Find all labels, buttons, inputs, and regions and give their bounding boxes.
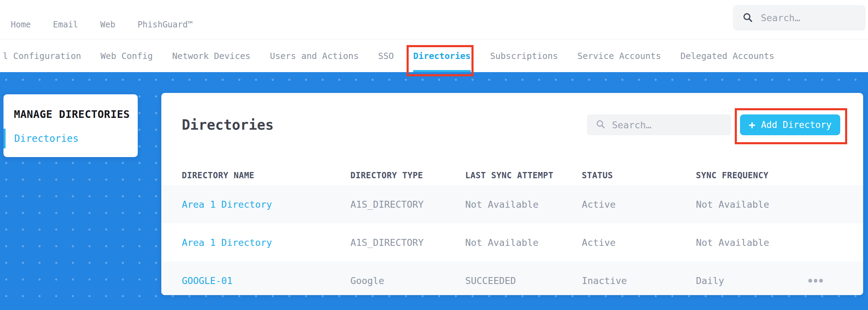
tab-delegated-accounts[interactable]: Delegated Accounts [680, 40, 774, 72]
secondary-nav: l ConfigurationWeb ConfigNetwork Devices… [0, 40, 868, 72]
top-nav-item-email[interactable]: Email [53, 20, 78, 29]
sidebar-card: MANAGE DIRECTORIES Directories [3, 94, 138, 157]
directory-type-cell: A1S_DIRECTORY [350, 237, 465, 248]
sync-frequency-cell: Not Available [696, 199, 808, 210]
tab-service-accounts[interactable]: Service Accounts [577, 40, 661, 72]
top-nav-item-home[interactable]: Home [11, 20, 31, 29]
tab-network-devices[interactable]: Network Devices [172, 40, 250, 72]
tab-sso[interactable]: SSO [378, 40, 394, 72]
column-header-directory-type: DIRECTORY TYPE [350, 171, 465, 180]
top-nav-item-web[interactable]: Web [100, 20, 115, 29]
table-row-google-01-2: GOOGLE-01GoogleSUCCEEDEDInactiveDaily [161, 261, 863, 295]
status-cell: Active [582, 199, 696, 210]
column-header-directory-name: DIRECTORY NAME [182, 171, 350, 180]
add-directory-button[interactable]: + Add Directory [740, 114, 840, 135]
table-header-row: DIRECTORY NAMEDIRECTORY TYPELAST SYNC AT… [161, 160, 863, 185]
column-header-sync-frequency: SYNC FREQUENCY [696, 171, 808, 180]
last-sync-cell: Not Available [465, 237, 582, 248]
column-header-status: STATUS [582, 171, 696, 180]
sidebar-title: MANAGE DIRECTORIES [14, 108, 138, 120]
plus-icon: + [749, 119, 755, 130]
page-title: Directories [182, 117, 587, 133]
tab-directories[interactable]: Directories [413, 40, 471, 72]
panel-header: Directories + Add Directory [161, 93, 863, 139]
add-directory-label: Add Directory [761, 120, 832, 130]
table-row-area-1-directory-1: Area 1 DirectoryA1S_DIRECTORYNot Availab… [161, 223, 863, 261]
sidebar-item-directories[interactable]: Directories [3, 129, 138, 148]
directory-type-cell: Google [350, 275, 465, 286]
tab-subscriptions[interactable]: Subscriptions [490, 40, 558, 72]
top-nav-item-phishguard[interactable]: PhishGuard™ [137, 20, 193, 29]
directories-panel: Directories + Add Directory DIRECTORY NA… [161, 93, 863, 295]
global-search-input[interactable] [760, 12, 848, 24]
top-header: HomeEmailWebPhishGuard™ [0, 0, 868, 40]
status-cell: Active [582, 237, 696, 248]
global-search[interactable] [733, 5, 866, 31]
tab-web-config[interactable]: Web Config [101, 40, 153, 72]
directory-type-cell: A1S_DIRECTORY [350, 199, 465, 210]
search-icon [742, 12, 753, 24]
table-body: Area 1 DirectoryA1S_DIRECTORYNot Availab… [161, 185, 863, 295]
directory-name-link[interactable]: Area 1 Directory [182, 199, 350, 210]
screen: HomeEmailWebPhishGuard™ l ConfigurationW… [0, 0, 868, 310]
directory-name-link[interactable]: Area 1 Directory [182, 237, 350, 248]
table-row-area-1-directory-0: Area 1 DirectoryA1S_DIRECTORYNot Availab… [161, 185, 863, 223]
directories-search-input[interactable] [611, 119, 708, 131]
directory-name-link[interactable]: GOOGLE-01 [182, 275, 350, 286]
status-cell: Inactive [582, 275, 696, 286]
top-nav: HomeEmailWebPhishGuard™ [11, 0, 193, 44]
directories-table: DIRECTORY NAMEDIRECTORY TYPELAST SYNC AT… [161, 160, 863, 295]
row-actions-cell [808, 279, 853, 283]
sidebar-item-label: Directories [14, 133, 78, 144]
tab-l-configuration[interactable]: l Configuration [3, 40, 81, 72]
directories-search[interactable] [587, 114, 731, 135]
column-header-last-sync-attempt: LAST SYNC ATTEMPT [465, 171, 582, 180]
sync-frequency-cell: Not Available [696, 237, 808, 248]
last-sync-cell: SUCCEEDED [465, 275, 582, 286]
search-icon [595, 119, 606, 131]
last-sync-cell: Not Available [465, 199, 582, 210]
ellipsis-menu-icon[interactable] [808, 279, 823, 283]
sync-frequency-cell: Daily [696, 275, 808, 286]
active-indicator-bar [3, 129, 6, 148]
tab-users-and-actions[interactable]: Users and Actions [270, 40, 359, 72]
